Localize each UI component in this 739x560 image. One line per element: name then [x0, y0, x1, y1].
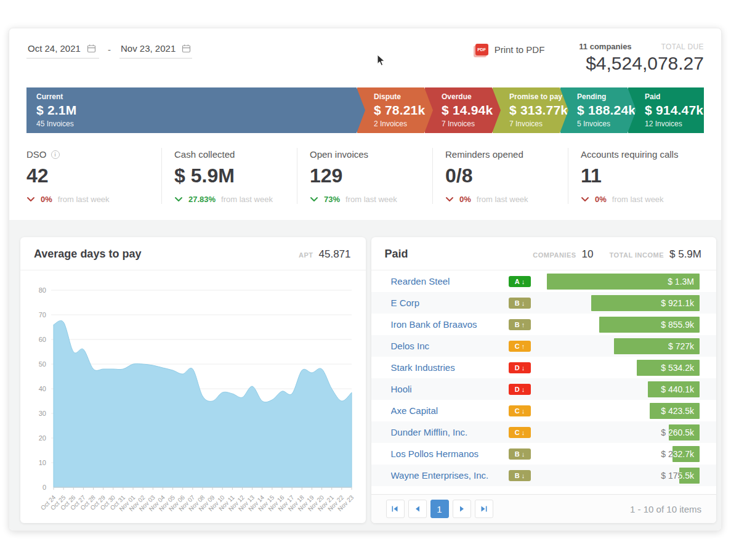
amount-bar: $ 232.7k	[672, 446, 700, 462]
average-days-to-pay-panel: Average days to pay APT 45.871 010203040…	[20, 237, 366, 523]
kpi-reminders-opened: Reminders opened 0/8 0%from last week	[433, 148, 568, 204]
table-row: Stark Industries D↓ $ 534.2k$ 534.2k	[371, 357, 717, 378]
amount-bar-cell: $ 423.5k$ 423.5k	[547, 403, 700, 419]
table-row: Rearden Steel A↓ $ 1.3M$ 1.3M	[371, 270, 717, 292]
kpi-delta-percent: 0%	[41, 195, 52, 204]
apt-area-chart: 01020304050607080Oct 24Oct 25Oct 26Oct 2…	[20, 270, 366, 523]
kpi-delta-percent: 0%	[459, 195, 471, 204]
company-link[interactable]: Dunder Mifflin, Inc.	[391, 427, 509, 437]
totals-block: 11 companies TOTAL DUE $4,524,078.27	[579, 42, 704, 74]
amount-bar: $ 175.5k	[679, 468, 700, 484]
trend-arrow-icon: ↓	[522, 386, 525, 393]
panels-area: Average days to pay APT 45.871 010203040…	[9, 220, 721, 530]
kpi-title: Open invoices	[310, 149, 368, 160]
print-to-pdf-button[interactable]: PDF Print to PDF	[475, 42, 545, 55]
funnel-segment-value: $ 914.47k	[645, 103, 704, 118]
kpi-open-invoices: Open invoices 129 73%from last week	[297, 148, 433, 204]
table-row: E Corp B↓ $ 921.1k$ 921.1k	[371, 292, 717, 314]
next-page-button[interactable]	[453, 500, 471, 518]
funnel-segment-overdue[interactable]: Overdue $ 14.94k 7 Invoices	[425, 87, 501, 133]
table-row: Delos Inc C↑ $ 727k$ 727k	[371, 335, 717, 357]
trend-arrow-icon: ↑	[522, 321, 525, 328]
companies-label: COMPANIES	[533, 251, 576, 259]
trend-arrow-icon: ↓	[522, 429, 525, 436]
funnel-segment-current[interactable]: Current $ 2.1M 45 Invoices	[26, 87, 365, 133]
amount-bar-cell: $ 727k$ 727k	[547, 338, 700, 354]
print-to-pdf-label: Print to PDF	[495, 44, 545, 55]
previous-page-button[interactable]	[408, 500, 427, 518]
previous-page-icon	[415, 506, 420, 512]
company-link[interactable]: Hooli	[391, 384, 509, 394]
funnel-segment-invoices: 7 Invoices	[509, 120, 568, 128]
funnel-segment-label: Paid	[645, 92, 704, 101]
paid-panel: Paid COMPANIES 10 TOTAL INCOME $ 5.9M	[371, 237, 717, 523]
company-link[interactable]: Rearden Steel	[391, 276, 509, 286]
date-to-input[interactable]: Nov 23, 2021	[119, 43, 192, 59]
last-page-icon	[480, 506, 487, 512]
svg-text:0: 0	[42, 484, 46, 491]
funnel-segment-paid[interactable]: Paid $ 914.47k 12 Invoices	[628, 87, 704, 133]
amount-bar-cell: $ 232.7k$ 232.7k	[547, 446, 700, 462]
area-chart-svg: 01020304050607080Oct 24Oct 25Oct 26Oct 2…	[26, 279, 359, 521]
page-number-button[interactable]: 1	[430, 500, 449, 518]
table-row: Axe Capital C↓ $ 423.5k$ 423.5k	[371, 400, 717, 421]
kpi-delta-percent: 73%	[324, 195, 340, 204]
kpi-dso: DSOi 42 0%from last week	[26, 148, 162, 204]
company-link[interactable]: Axe Capital	[391, 405, 509, 416]
svg-text:60: 60	[39, 336, 46, 343]
table-row: Los Pollos Hermanos B↓ $ 232.7k$ 232.7k	[371, 443, 717, 465]
funnel-segment-label: Overdue	[442, 92, 501, 101]
funnel-segment-dispute[interactable]: Dispute $ 78.21k 2 Invoices	[357, 87, 433, 133]
grade-badge: B↓	[509, 448, 531, 460]
info-icon[interactable]: i	[51, 150, 60, 159]
amount-bar: $ 855.9k	[599, 317, 700, 333]
date-to-value[interactable]: Nov 23, 2021	[121, 43, 176, 54]
company-link[interactable]: Iron Bank of Braavos	[391, 319, 509, 330]
svg-text:10: 10	[39, 459, 46, 466]
date-from-input[interactable]: Oct 24, 2021	[26, 43, 99, 59]
company-link[interactable]: E Corp	[391, 298, 509, 308]
amount-bar-cell: $ 855.9k$ 855.9k	[547, 317, 700, 333]
grade-badge: B↑	[509, 319, 531, 330]
svg-text:30: 30	[39, 410, 46, 417]
date-range: Oct 24, 2021 - Nov 23, 2021	[26, 42, 192, 74]
first-page-button[interactable]	[386, 500, 405, 518]
company-link[interactable]: Wayne Enterprises, Inc.	[391, 470, 509, 481]
funnel-segment-label: Pending	[577, 92, 636, 101]
amount-bar-cell: $ 534.2k$ 534.2k	[547, 360, 700, 376]
chevron-down-icon	[581, 197, 589, 202]
last-page-button[interactable]	[475, 500, 493, 518]
trend-arrow-icon: ↓	[522, 450, 525, 458]
company-link[interactable]: Los Pollos Hermanos	[391, 448, 509, 459]
grade-badge: B↓	[509, 470, 531, 481]
kpi-delta-suffix: from last week	[58, 195, 110, 204]
calendar-icon[interactable]	[87, 44, 96, 53]
chevron-down-icon	[445, 197, 454, 202]
company-link[interactable]: Delos Inc	[391, 341, 509, 351]
company-link[interactable]: Stark Industries	[391, 362, 509, 373]
kpi-accounts-requiring-calls: Accounts requiring calls 11 0%from last …	[568, 148, 704, 204]
companies-value: 10	[582, 248, 594, 261]
grade-badge: C↓	[509, 405, 531, 416]
date-from-value[interactable]: Oct 24, 2021	[28, 43, 81, 54]
funnel-segment-pending[interactable]: Pending $ 188.24k 5 Invoices	[560, 87, 636, 133]
svg-text:40: 40	[39, 385, 46, 392]
kpi-delta-suffix: from last week	[221, 195, 273, 204]
grade-badge: A↓	[509, 276, 531, 287]
amount-bar-cell: $ 175.5k$ 175.5k	[547, 468, 700, 484]
table-row: Hooli D↓ $ 440.1k$ 440.1k	[371, 378, 717, 400]
panel-title: Paid	[385, 248, 408, 261]
calendar-icon[interactable]	[182, 44, 191, 53]
funnel-segment-invoices: 12 Invoices	[645, 120, 704, 128]
funnel-segment-invoices: 45 Invoices	[36, 120, 365, 128]
amount-bar-cell: $ 1.3M$ 1.3M	[547, 274, 700, 290]
grade-badge: D↓	[509, 384, 531, 395]
next-page-icon	[459, 506, 464, 512]
table-row: Dunder Mifflin, Inc. C↓ $ 260.5k$ 260.5k	[371, 421, 717, 443]
kpi-value: 42	[26, 164, 155, 187]
chevron-down-icon	[174, 197, 183, 202]
trend-arrow-icon: ↓	[522, 299, 525, 307]
paid-table: Rearden Steel A↓ $ 1.3M$ 1.3M E Corp B↓ …	[371, 270, 717, 494]
funnel-segment-promise-to-pay[interactable]: Promise to pay $ 313.77k 7 Invoices	[493, 87, 568, 133]
funnel-segment-label: Current	[36, 92, 365, 101]
